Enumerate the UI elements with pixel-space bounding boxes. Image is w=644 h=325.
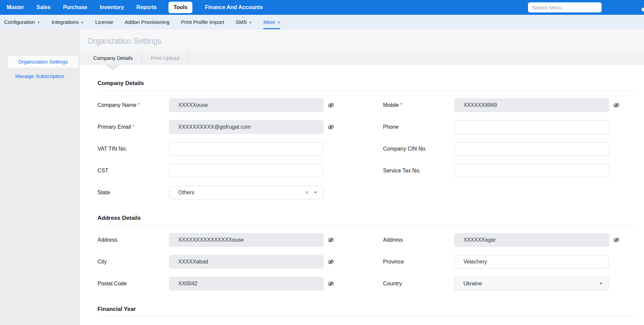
field-label: Province [383,259,454,265]
eye-off-icon[interactable] [328,124,334,130]
form-section: Financial Year [98,306,636,317]
form-row: Postal CodeCountryUkraine [98,277,636,290]
sidebar-item-organization-settings[interactable]: Organization Settings [7,55,79,68]
nav-item-finance-and-accounts[interactable]: Finance And Accounts [205,2,263,13]
form-row: Primary Email*Phone [98,120,636,134]
notification-icon[interactable] [642,8,644,11]
chevron-down-icon [81,22,84,24]
top-nav-items: MasterSalesPurchaseInventoryReportsTools… [7,2,275,13]
vat-tin-no-input[interactable] [169,142,324,156]
nav-item-reports[interactable]: Reports [136,2,156,13]
required-asterisk: * [138,102,140,108]
tab-bar: Company DetailsPrint Upload [80,52,644,64]
field-label: State [98,190,169,196]
subnav-item-license[interactable]: License [95,15,113,29]
section-heading: Company Details [98,80,636,87]
state-select[interactable]: Others✕ [169,186,324,199]
sidebar-item-manage-subscription[interactable]: Manage Subscription [0,73,79,79]
chevron-down-icon[interactable] [599,283,603,285]
field-label: Address [98,237,169,243]
company-name-input[interactable] [169,98,324,112]
tab-company-details[interactable]: Company Details [80,52,142,64]
primary-email-input[interactable] [169,120,324,134]
nav-item-sales[interactable]: Sales [37,2,51,13]
active-tab-notch [105,65,121,70]
subnav-item-label: More [263,19,275,25]
selected-value: Ukraine [463,281,599,287]
field-label: Service Tax No. [383,168,454,174]
field-label: Country [383,281,454,287]
field-label: Company Name* [98,102,169,108]
field-label: Postal Code [98,281,169,287]
company-cin-no-input[interactable] [454,142,609,156]
field-label: VAT TIN No. [98,146,169,152]
form-section: Address DetailsAddressAddressCityProvinc… [98,215,636,290]
section-heading: Address Details [98,215,636,221]
main-header: Organization Settings Company DetailsPri… [80,29,644,65]
form-row: CityProvince [98,255,636,269]
subnav-item-print-profile-import[interactable]: Print Profile Import [181,15,224,29]
eye-off-icon[interactable] [328,280,334,287]
field-label: CST [98,168,169,174]
province-input[interactable] [454,255,609,269]
form-row: AddressAddress [98,233,636,247]
phone-input[interactable] [454,120,609,134]
subnav-item-label: SMS [236,19,247,25]
eye-off-icon[interactable] [328,102,334,109]
subnav-item-configuration[interactable]: Configuration [4,15,40,29]
field-label: Phone [383,124,454,130]
eye-off-icon[interactable] [613,237,620,243]
subnav-item-integrations[interactable]: Integrations [51,15,84,29]
nav-item-tools[interactable]: Tools [168,2,192,13]
section-heading: Financial Year [98,306,636,313]
chevron-down-icon[interactable] [314,192,317,194]
section-divider [98,317,636,317]
field-label: Address [383,237,454,243]
service-tax-no-input[interactable] [454,164,609,177]
form-section: Company DetailsCompany Name*Mobile*Prima… [98,80,636,199]
address-input[interactable] [454,233,609,247]
sidebar: Organization SettingsManage Subscription [0,29,80,325]
address-input[interactable] [169,233,324,247]
field-label: City [98,259,169,265]
nav-item-inventory[interactable]: Inventory [100,2,124,13]
cst-input[interactable] [169,164,324,177]
chevron-down-icon [249,22,252,24]
form-row: VAT TIN No.Company CIN No. [98,142,636,156]
form-row: CSTService Tax No. [98,164,636,177]
eye-off-icon[interactable] [328,258,334,265]
form-row: Company Name*Mobile* [98,98,636,112]
section-divider [98,91,636,91]
subnav-item-label: License [95,19,113,25]
eye-off-icon[interactable] [613,102,620,109]
sub-nav: ConfigurationIntegrationsLicenseAddon Pr… [0,15,644,29]
page-title: Organization Settings [87,37,161,46]
chevron-down-icon [277,22,280,24]
nav-item-master[interactable]: Master [7,2,24,13]
field-label: Mobile* [383,102,454,108]
postal-code-input[interactable] [169,277,324,290]
form-row: StateOthers✕ [98,186,636,199]
country-select[interactable]: Ukraine [454,277,609,290]
required-asterisk: * [400,102,402,108]
tab-print-upload[interactable]: Print Upload [142,52,188,64]
search-input[interactable] [528,2,602,12]
main-panel: Organization Settings Company DetailsPri… [80,29,644,325]
nav-item-purchase[interactable]: Purchase [63,2,87,13]
mobile-input[interactable] [454,98,609,112]
field-label: Primary Email* [98,124,169,130]
subnav-item-more[interactable]: More [263,15,280,29]
subnav-item-label: Addon Provisioning [125,19,170,25]
chevron-down-icon [37,22,40,24]
top-nav: MasterSalesPurchaseInventoryReportsTools… [0,0,644,15]
clear-icon[interactable]: ✕ [305,190,309,195]
subnav-item-label: Configuration [4,19,35,25]
required-asterisk: * [132,124,135,130]
selected-value: Others [178,190,305,196]
subnav-item-addon-provisioning[interactable]: Addon Provisioning [125,15,170,29]
subnav-item-label: Integrations [51,19,79,25]
section-divider [98,226,636,226]
eye-off-icon[interactable] [328,237,334,243]
city-input[interactable] [169,255,324,269]
subnav-item-sms[interactable]: SMS [236,15,252,29]
